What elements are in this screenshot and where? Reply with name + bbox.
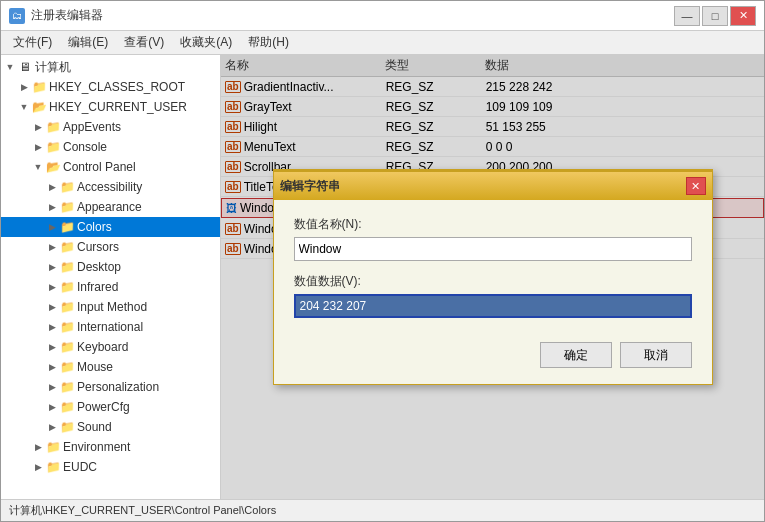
tree-label-controlpanel: Control Panel bbox=[63, 160, 136, 174]
toggle-accessibility[interactable]: ▶ bbox=[45, 180, 59, 194]
dialog-title-bar: 编辑字符串 ✕ bbox=[274, 172, 712, 200]
tree-node-environment[interactable]: ▶ 📁 Environment bbox=[1, 437, 220, 457]
tree-node-cursors[interactable]: ▶ 📁 Cursors bbox=[1, 237, 220, 257]
toggle-hkcu[interactable]: ▼ bbox=[17, 100, 31, 114]
tree-node-mouse[interactable]: ▶ 📁 Mouse bbox=[1, 357, 220, 377]
tree-label-accessibility: Accessibility bbox=[77, 180, 142, 194]
toggle-mouse[interactable]: ▶ bbox=[45, 360, 59, 374]
menu-file[interactable]: 文件(F) bbox=[5, 32, 60, 53]
app-icon: 🗂 bbox=[9, 8, 25, 24]
toggle-powercfg[interactable]: ▶ bbox=[45, 400, 59, 414]
tree-label-cursors: Cursors bbox=[77, 240, 119, 254]
toggle-desktop[interactable]: ▶ bbox=[45, 260, 59, 274]
tree-label-personalization: Personalization bbox=[77, 380, 159, 394]
status-path: 计算机\HKEY_CURRENT_USER\Control Panel\Colo… bbox=[9, 503, 276, 518]
environment-icon: 📁 bbox=[45, 440, 61, 454]
menu-edit[interactable]: 编辑(E) bbox=[60, 32, 116, 53]
tree-node-accessibility[interactable]: ▶ 📁 Accessibility bbox=[1, 177, 220, 197]
menu-favorites[interactable]: 收藏夹(A) bbox=[172, 32, 240, 53]
tree-node-controlpanel[interactable]: ▼ 📂 Control Panel bbox=[1, 157, 220, 177]
sound-icon: 📁 bbox=[59, 420, 75, 434]
tree-node-international[interactable]: ▶ 📁 International bbox=[1, 317, 220, 337]
toggle-console[interactable]: ▶ bbox=[31, 140, 45, 154]
tree-label-environment: Environment bbox=[63, 440, 130, 454]
appevents-icon: 📁 bbox=[45, 120, 61, 134]
edit-string-dialog: 编辑字符串 ✕ 数值名称(N): 数值数据(V): 确定 取消 bbox=[273, 169, 713, 385]
tree-node-sound[interactable]: ▶ 📁 Sound bbox=[1, 417, 220, 437]
menu-help[interactable]: 帮助(H) bbox=[240, 32, 297, 53]
tree-node-hkcr[interactable]: ▶ 📁 HKEY_CLASSES_ROOT bbox=[1, 77, 220, 97]
tree-node-console[interactable]: ▶ 📁 Console bbox=[1, 137, 220, 157]
content-area: ▼ 🖥 计算机 ▶ 📁 HKEY_CLASSES_ROOT ▼ 📂 HKEY_C… bbox=[1, 55, 764, 499]
tree-label-computer: 计算机 bbox=[35, 59, 71, 76]
tree-label-desktop: Desktop bbox=[77, 260, 121, 274]
tree-label-eudc: EUDC bbox=[63, 460, 97, 474]
toggle-colors[interactable]: ▶ bbox=[45, 220, 59, 234]
tree-node-eudc[interactable]: ▶ 📁 EUDC bbox=[1, 457, 220, 477]
maximize-button[interactable]: □ bbox=[702, 6, 728, 26]
menu-view[interactable]: 查看(V) bbox=[116, 32, 172, 53]
tree-node-appearance[interactable]: ▶ 📁 Appearance bbox=[1, 197, 220, 217]
dialog-close-button[interactable]: ✕ bbox=[686, 177, 706, 195]
toggle-appearance[interactable]: ▶ bbox=[45, 200, 59, 214]
title-bar: 🗂 注册表编辑器 — □ ✕ bbox=[1, 1, 764, 31]
tree-label-hkcr: HKEY_CLASSES_ROOT bbox=[49, 80, 185, 94]
name-field-label: 数值名称(N): bbox=[294, 216, 692, 233]
console-icon: 📁 bbox=[45, 140, 61, 154]
accessibility-icon: 📁 bbox=[59, 180, 75, 194]
infrared-icon: 📁 bbox=[59, 280, 75, 294]
ok-button[interactable]: 确定 bbox=[540, 342, 612, 368]
toggle-appevents[interactable]: ▶ bbox=[31, 120, 45, 134]
right-panel: 名称 类型 数据 ab GradientInactiv... REG_SZ 21… bbox=[221, 55, 764, 499]
tree-node-keyboard[interactable]: ▶ 📁 Keyboard bbox=[1, 337, 220, 357]
toggle-controlpanel[interactable]: ▼ bbox=[31, 160, 45, 174]
tree-node-personalization[interactable]: ▶ 📁 Personalization bbox=[1, 377, 220, 397]
data-field-label: 数值数据(V): bbox=[294, 273, 692, 290]
toggle-inputmethod[interactable]: ▶ bbox=[45, 300, 59, 314]
tree-label-console: Console bbox=[63, 140, 107, 154]
eudc-icon: 📁 bbox=[45, 460, 61, 474]
toggle-hkcr[interactable]: ▶ bbox=[17, 80, 31, 94]
toggle-sound[interactable]: ▶ bbox=[45, 420, 59, 434]
toggle-cursors[interactable]: ▶ bbox=[45, 240, 59, 254]
title-bar-left: 🗂 注册表编辑器 bbox=[9, 7, 103, 24]
name-input[interactable] bbox=[294, 237, 692, 261]
tree-node-colors[interactable]: ▶ 📁 Colors bbox=[1, 217, 220, 237]
tree-node-hkcu[interactable]: ▼ 📂 HKEY_CURRENT_USER bbox=[1, 97, 220, 117]
toggle-infrared[interactable]: ▶ bbox=[45, 280, 59, 294]
tree-node-inputmethod[interactable]: ▶ 📁 Input Method bbox=[1, 297, 220, 317]
data-input[interactable] bbox=[294, 294, 692, 318]
powercfg-icon: 📁 bbox=[59, 400, 75, 414]
tree-node-desktop[interactable]: ▶ 📁 Desktop bbox=[1, 257, 220, 277]
tree-node-powercfg[interactable]: ▶ 📁 PowerCfg bbox=[1, 397, 220, 417]
toggle-environment[interactable]: ▶ bbox=[31, 440, 45, 454]
tree-node-infrared[interactable]: ▶ 📁 Infrared bbox=[1, 277, 220, 297]
window-title: 注册表编辑器 bbox=[31, 7, 103, 24]
window-controls: — □ ✕ bbox=[674, 6, 756, 26]
dialog-buttons: 确定 取消 bbox=[294, 342, 692, 368]
tree-label-powercfg: PowerCfg bbox=[77, 400, 130, 414]
close-button[interactable]: ✕ bbox=[730, 6, 756, 26]
toggle-eudc[interactable]: ▶ bbox=[31, 460, 45, 474]
toggle-keyboard[interactable]: ▶ bbox=[45, 340, 59, 354]
mouse-icon: 📁 bbox=[59, 360, 75, 374]
international-icon: 📁 bbox=[59, 320, 75, 334]
controlpanel-icon: 📂 bbox=[45, 160, 61, 174]
cursors-icon: 📁 bbox=[59, 240, 75, 254]
tree-label-appevents: AppEvents bbox=[63, 120, 121, 134]
minimize-button[interactable]: — bbox=[674, 6, 700, 26]
dialog-title: 编辑字符串 bbox=[280, 178, 340, 195]
tree-container: ▼ 🖥 计算机 ▶ 📁 HKEY_CLASSES_ROOT ▼ 📂 HKEY_C… bbox=[1, 55, 220, 479]
tree-label-colors: Colors bbox=[77, 220, 112, 234]
tree-node-computer[interactable]: ▼ 🖥 计算机 bbox=[1, 57, 220, 77]
toggle-personalization[interactable]: ▶ bbox=[45, 380, 59, 394]
tree-node-appevents[interactable]: ▶ 📁 AppEvents bbox=[1, 117, 220, 137]
toggle-computer[interactable]: ▼ bbox=[3, 60, 17, 74]
toggle-international[interactable]: ▶ bbox=[45, 320, 59, 334]
appearance-icon: 📁 bbox=[59, 200, 75, 214]
cancel-button[interactable]: 取消 bbox=[620, 342, 692, 368]
desktop-icon: 📁 bbox=[59, 260, 75, 274]
dialog-body: 数值名称(N): 数值数据(V): 确定 取消 bbox=[274, 200, 712, 384]
keyboard-icon: 📁 bbox=[59, 340, 75, 354]
tree-panel: ▼ 🖥 计算机 ▶ 📁 HKEY_CLASSES_ROOT ▼ 📂 HKEY_C… bbox=[1, 55, 221, 499]
